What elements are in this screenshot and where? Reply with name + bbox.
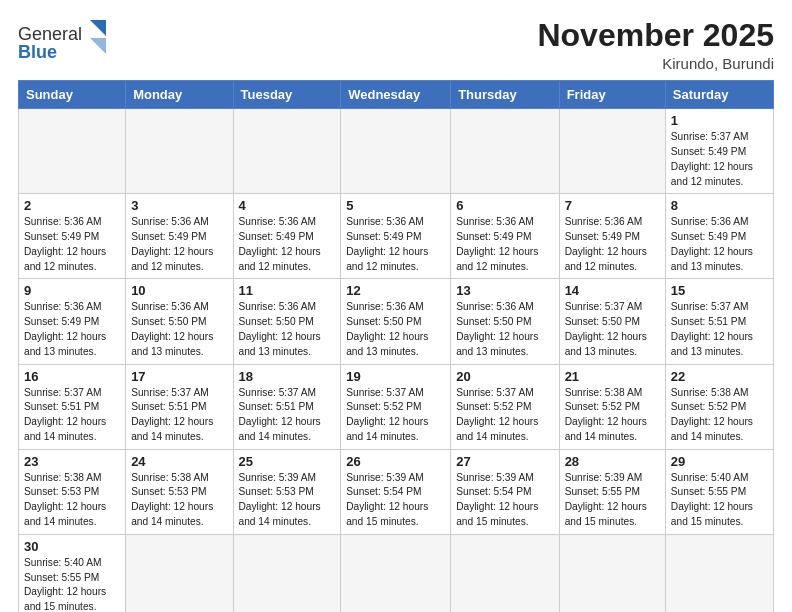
table-row: 16Sunrise: 5:37 AM Sunset: 5:51 PM Dayli…: [19, 364, 126, 449]
table-row: 18Sunrise: 5:37 AM Sunset: 5:51 PM Dayli…: [233, 364, 341, 449]
table-row: 30Sunrise: 5:40 AM Sunset: 5:55 PM Dayli…: [19, 534, 126, 612]
col-tuesday: Tuesday: [233, 81, 341, 109]
day-info: Sunrise: 5:36 AM Sunset: 5:49 PM Dayligh…: [346, 215, 445, 274]
col-saturday: Saturday: [665, 81, 773, 109]
day-number: 8: [671, 198, 768, 213]
table-row: [126, 109, 233, 194]
day-info: Sunrise: 5:38 AM Sunset: 5:53 PM Dayligh…: [131, 471, 227, 530]
day-number: 3: [131, 198, 227, 213]
table-row: [126, 534, 233, 612]
day-number: 24: [131, 454, 227, 469]
day-number: 13: [456, 283, 553, 298]
month-title: November 2025: [537, 18, 774, 53]
table-row: 11Sunrise: 5:36 AM Sunset: 5:50 PM Dayli…: [233, 279, 341, 364]
day-number: 18: [239, 369, 336, 384]
day-info: Sunrise: 5:36 AM Sunset: 5:50 PM Dayligh…: [131, 300, 227, 359]
day-number: 14: [565, 283, 660, 298]
day-number: 7: [565, 198, 660, 213]
day-info: Sunrise: 5:38 AM Sunset: 5:52 PM Dayligh…: [671, 386, 768, 445]
table-row: 25Sunrise: 5:39 AM Sunset: 5:53 PM Dayli…: [233, 449, 341, 534]
calendar-week-row: 16Sunrise: 5:37 AM Sunset: 5:51 PM Dayli…: [19, 364, 774, 449]
day-info: Sunrise: 5:39 AM Sunset: 5:55 PM Dayligh…: [565, 471, 660, 530]
day-info: Sunrise: 5:37 AM Sunset: 5:52 PM Dayligh…: [456, 386, 553, 445]
day-number: 9: [24, 283, 120, 298]
svg-text:General: General: [18, 24, 82, 44]
table-row: 27Sunrise: 5:39 AM Sunset: 5:54 PM Dayli…: [451, 449, 559, 534]
table-row: [451, 109, 559, 194]
table-row: [559, 109, 665, 194]
table-row: 28Sunrise: 5:39 AM Sunset: 5:55 PM Dayli…: [559, 449, 665, 534]
day-number: 21: [565, 369, 660, 384]
table-row: 1Sunrise: 5:37 AM Sunset: 5:49 PM Daylig…: [665, 109, 773, 194]
table-row: 23Sunrise: 5:38 AM Sunset: 5:53 PM Dayli…: [19, 449, 126, 534]
table-row: 4Sunrise: 5:36 AM Sunset: 5:49 PM Daylig…: [233, 194, 341, 279]
day-info: Sunrise: 5:36 AM Sunset: 5:50 PM Dayligh…: [346, 300, 445, 359]
location: Kirundo, Burundi: [537, 55, 774, 72]
col-sunday: Sunday: [19, 81, 126, 109]
day-number: 22: [671, 369, 768, 384]
table-row: 26Sunrise: 5:39 AM Sunset: 5:54 PM Dayli…: [341, 449, 451, 534]
day-info: Sunrise: 5:36 AM Sunset: 5:50 PM Dayligh…: [456, 300, 553, 359]
day-number: 19: [346, 369, 445, 384]
table-row: [341, 109, 451, 194]
day-info: Sunrise: 5:37 AM Sunset: 5:51 PM Dayligh…: [239, 386, 336, 445]
svg-text:Blue: Blue: [18, 42, 57, 62]
day-info: Sunrise: 5:37 AM Sunset: 5:51 PM Dayligh…: [24, 386, 120, 445]
table-row: 5Sunrise: 5:36 AM Sunset: 5:49 PM Daylig…: [341, 194, 451, 279]
table-row: 9Sunrise: 5:36 AM Sunset: 5:49 PM Daylig…: [19, 279, 126, 364]
table-row: 8Sunrise: 5:36 AM Sunset: 5:49 PM Daylig…: [665, 194, 773, 279]
calendar-week-row: 23Sunrise: 5:38 AM Sunset: 5:53 PM Dayli…: [19, 449, 774, 534]
day-info: Sunrise: 5:39 AM Sunset: 5:53 PM Dayligh…: [239, 471, 336, 530]
table-row: 6Sunrise: 5:36 AM Sunset: 5:49 PM Daylig…: [451, 194, 559, 279]
day-info: Sunrise: 5:38 AM Sunset: 5:53 PM Dayligh…: [24, 471, 120, 530]
calendar-week-row: 9Sunrise: 5:36 AM Sunset: 5:49 PM Daylig…: [19, 279, 774, 364]
day-number: 12: [346, 283, 445, 298]
table-row: 15Sunrise: 5:37 AM Sunset: 5:51 PM Dayli…: [665, 279, 773, 364]
calendar-table: Sunday Monday Tuesday Wednesday Thursday…: [18, 80, 774, 612]
table-row: 17Sunrise: 5:37 AM Sunset: 5:51 PM Dayli…: [126, 364, 233, 449]
day-number: 1: [671, 113, 768, 128]
table-row: 13Sunrise: 5:36 AM Sunset: 5:50 PM Dayli…: [451, 279, 559, 364]
table-row: 2Sunrise: 5:36 AM Sunset: 5:49 PM Daylig…: [19, 194, 126, 279]
table-row: 22Sunrise: 5:38 AM Sunset: 5:52 PM Dayli…: [665, 364, 773, 449]
title-block: November 2025 Kirundo, Burundi: [537, 18, 774, 72]
day-info: Sunrise: 5:36 AM Sunset: 5:50 PM Dayligh…: [239, 300, 336, 359]
calendar-week-row: 30Sunrise: 5:40 AM Sunset: 5:55 PM Dayli…: [19, 534, 774, 612]
table-row: [341, 534, 451, 612]
day-number: 2: [24, 198, 120, 213]
header: General Blue November 2025 Kirundo, Buru…: [18, 18, 774, 72]
day-info: Sunrise: 5:37 AM Sunset: 5:51 PM Dayligh…: [131, 386, 227, 445]
day-info: Sunrise: 5:36 AM Sunset: 5:49 PM Dayligh…: [24, 215, 120, 274]
day-number: 29: [671, 454, 768, 469]
day-number: 20: [456, 369, 553, 384]
table-row: 19Sunrise: 5:37 AM Sunset: 5:52 PM Dayli…: [341, 364, 451, 449]
day-info: Sunrise: 5:36 AM Sunset: 5:49 PM Dayligh…: [131, 215, 227, 274]
table-row: 20Sunrise: 5:37 AM Sunset: 5:52 PM Dayli…: [451, 364, 559, 449]
table-row: [233, 534, 341, 612]
day-info: Sunrise: 5:40 AM Sunset: 5:55 PM Dayligh…: [24, 556, 120, 612]
day-number: 10: [131, 283, 227, 298]
table-row: 3Sunrise: 5:36 AM Sunset: 5:49 PM Daylig…: [126, 194, 233, 279]
day-info: Sunrise: 5:36 AM Sunset: 5:49 PM Dayligh…: [24, 300, 120, 359]
day-info: Sunrise: 5:36 AM Sunset: 5:49 PM Dayligh…: [671, 215, 768, 274]
table-row: [233, 109, 341, 194]
calendar-week-row: 2Sunrise: 5:36 AM Sunset: 5:49 PM Daylig…: [19, 194, 774, 279]
table-row: 29Sunrise: 5:40 AM Sunset: 5:55 PM Dayli…: [665, 449, 773, 534]
svg-marker-2: [90, 20, 106, 36]
day-info: Sunrise: 5:37 AM Sunset: 5:49 PM Dayligh…: [671, 130, 768, 189]
table-row: 7Sunrise: 5:36 AM Sunset: 5:49 PM Daylig…: [559, 194, 665, 279]
day-number: 25: [239, 454, 336, 469]
day-number: 26: [346, 454, 445, 469]
day-number: 17: [131, 369, 227, 384]
day-number: 30: [24, 539, 120, 554]
day-number: 15: [671, 283, 768, 298]
table-row: [19, 109, 126, 194]
day-number: 23: [24, 454, 120, 469]
day-info: Sunrise: 5:38 AM Sunset: 5:52 PM Dayligh…: [565, 386, 660, 445]
day-number: 5: [346, 198, 445, 213]
calendar-week-row: 1Sunrise: 5:37 AM Sunset: 5:49 PM Daylig…: [19, 109, 774, 194]
calendar-header-row: Sunday Monday Tuesday Wednesday Thursday…: [19, 81, 774, 109]
col-wednesday: Wednesday: [341, 81, 451, 109]
logo-icon: General Blue: [18, 18, 108, 62]
day-number: 4: [239, 198, 336, 213]
